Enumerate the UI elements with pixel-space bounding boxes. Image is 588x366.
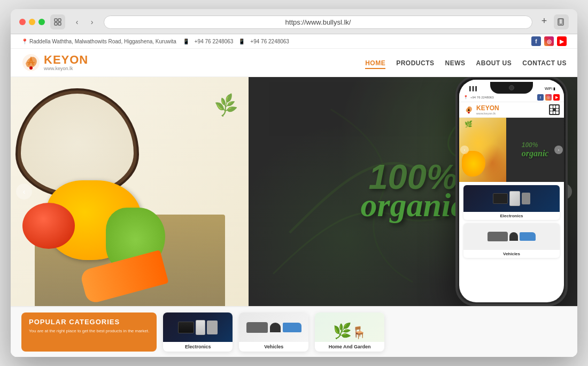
vehicles-label: Vehicles: [239, 342, 308, 352]
facebook-icon[interactable]: f: [531, 36, 541, 46]
phone-location-icon: 📍: [463, 95, 468, 100]
fridge-icon: [196, 320, 205, 335]
garden-label: Home And Garden: [315, 342, 384, 352]
traffic-lights: [19, 19, 45, 25]
nav-item-about[interactable]: ABOUT US: [476, 58, 512, 67]
navbar: KEYON www.keyon.lk HOME PRODUCTS NEWS AB…: [11, 49, 577, 77]
phone-elec-bg: [463, 185, 560, 212]
nav-item-products[interactable]: PRODUCTS: [396, 58, 434, 67]
phone-qr-area: [549, 104, 560, 115]
phone-electronics-card[interactable]: Electronics: [463, 185, 560, 220]
browser-window: ‹ › https://www.bullysl.lk/ + 📍: [11, 9, 577, 357]
browser-navigation: ‹ ›: [71, 16, 98, 28]
logo-url: www.keyon.lk: [44, 66, 88, 71]
truck-icon: [283, 323, 301, 332]
phone-icon-2: 📱: [238, 39, 245, 44]
minimize-button[interactable]: [29, 19, 35, 25]
phone-vehicles-card[interactable]: Vehicles: [463, 223, 560, 258]
phone-1: +94 76 2248063: [195, 39, 234, 44]
phone-fridge-icon: [509, 191, 520, 206]
electronics-image: [163, 312, 233, 342]
add-tab-button[interactable]: +: [538, 14, 551, 27]
tv-icon: [178, 322, 194, 333]
top-bar: 📍 Raddella Waththa, Malwathowits Road, H…: [11, 34, 577, 49]
hero-organic-text: organic: [360, 186, 465, 224]
phone-social-icons: f ◎ ▶: [537, 94, 560, 101]
tab-switcher-button[interactable]: [50, 14, 65, 29]
logo-name: KEYON: [44, 54, 88, 66]
phone-washer-icon: [522, 193, 530, 204]
phone-logo-image: [463, 104, 474, 115]
fullscreen-button[interactable]: [38, 19, 45, 25]
nav-link-about[interactable]: ABOUT US: [476, 59, 512, 67]
browser-actions: +: [538, 14, 569, 29]
phone-car-icon: [488, 232, 508, 241]
nav-item-home[interactable]: HOME: [365, 58, 385, 67]
phone-tv-icon: [493, 193, 508, 204]
electronics-bg: [163, 312, 233, 342]
location-pin-icon: 📍: [21, 39, 28, 44]
phone-top-bar: 📍 +94 76 2248063 f ◎ ▶: [459, 93, 564, 102]
share-button[interactable]: [554, 14, 569, 29]
vehicles-category-card[interactable]: Vehicles: [239, 312, 308, 352]
bike-icon: [270, 323, 281, 332]
phone-notch: [490, 82, 533, 94]
phone-facebook-icon: f: [537, 94, 544, 101]
close-button[interactable]: [19, 19, 26, 25]
phone-vehicles-image: [463, 223, 560, 250]
nav-link-products[interactable]: PRODUCTS: [396, 59, 434, 67]
phone-numbers: 📱 +94 76 2248063 📱 +94 76 2248063: [183, 39, 289, 44]
phone-logo-area: KEYON www.keyon.lk: [463, 104, 499, 115]
svg-rect-3: [58, 22, 61, 25]
garden-bg: 🌿 🪑: [315, 312, 384, 342]
tomato: [22, 203, 75, 249]
plant-icon: 🌿: [333, 322, 352, 340]
vehicles-bg: [239, 312, 308, 342]
svg-rect-0: [55, 19, 57, 21]
phone-screen: ▐▐▐ WiFi ▮ 📍 +94 76 2248063 f ◎ ▶: [459, 80, 564, 302]
phone-icon-1: 📱: [183, 39, 189, 44]
phone-camera: [509, 85, 514, 90]
social-links: f ◎ ▶: [531, 36, 567, 46]
chair-icon: 🪑: [352, 326, 366, 340]
garden-image: 🌿 🪑: [315, 312, 384, 342]
phone-prev-button[interactable]: ‹: [460, 146, 469, 154]
categories-subtitle: You are at the right place to get the be…: [29, 328, 149, 334]
hero-prev-button[interactable]: ‹: [16, 184, 32, 200]
phone-next-button[interactable]: ›: [554, 146, 563, 154]
phone-herb: 🌿: [465, 120, 473, 128]
phone-bike-icon: [509, 232, 518, 241]
svg-rect-5: [559, 19, 562, 24]
back-button[interactable]: ‹: [71, 16, 83, 28]
forward-button[interactable]: ›: [86, 16, 98, 28]
logo[interactable]: KEYON www.keyon.lk: [21, 53, 88, 72]
address-text: Raddella Waththa, Malwathowits Road, Hig…: [29, 39, 176, 44]
vehicles-image: [239, 312, 308, 342]
logo-image: [21, 53, 41, 72]
phone-categories: Electronics: [459, 182, 564, 261]
electronics-category-card[interactable]: Electronics: [163, 312, 233, 352]
phone-logo-url: www.keyon.lk: [476, 112, 499, 115]
car-icon: [246, 322, 268, 333]
nav-item-news[interactable]: NEWS: [445, 58, 466, 67]
phone-2: +94 76 2248063: [250, 39, 289, 44]
categories-title: POPULAR CATEGORIES: [29, 318, 149, 326]
phone-address: +94 76 2248063: [470, 96, 494, 99]
phone-mockup: ▐▐▐ WiFi ▮ 📍 +94 76 2248063 f ◎ ▶: [455, 77, 568, 306]
nav-link-contact[interactable]: CONTACT US: [522, 59, 567, 67]
youtube-icon[interactable]: ▶: [557, 36, 567, 46]
address-info: 📍 Raddella Waththa, Malwathowits Road, H…: [21, 39, 176, 44]
nav-links: HOME PRODUCTS NEWS ABOUT US CONTACT US: [365, 58, 567, 67]
nav-item-contact[interactable]: CONTACT US: [522, 58, 567, 67]
garden-category-card[interactable]: 🌿 🪑 Home And Garden: [315, 312, 384, 352]
phone-organic-text: organic: [522, 149, 549, 158]
nav-link-home[interactable]: HOME: [365, 59, 385, 69]
phone-logo-name: KEYON: [476, 104, 499, 112]
logo-text: KEYON www.keyon.lk: [44, 54, 88, 71]
instagram-icon[interactable]: ◎: [544, 36, 554, 46]
address-bar[interactable]: https://www.bullysl.lk/: [104, 16, 532, 29]
svg-rect-1: [58, 19, 61, 21]
phone-body: ▐▐▐ WiFi ▮ 📍 +94 76 2248063 f ◎ ▶: [455, 77, 568, 306]
svg-rect-2: [55, 22, 57, 25]
nav-link-news[interactable]: NEWS: [445, 59, 466, 67]
